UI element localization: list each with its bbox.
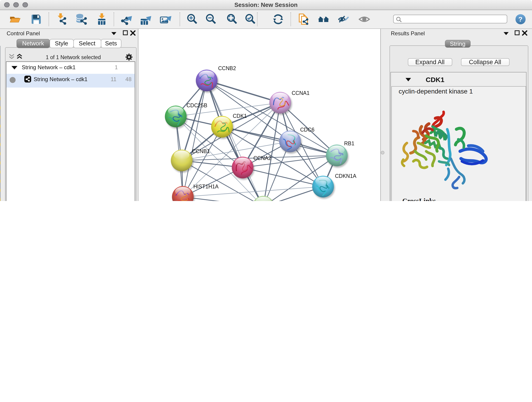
svg-text:CDC25B: CDC25B (186, 102, 207, 108)
svg-text:HIST1H1A: HIST1H1A (193, 184, 219, 190)
svg-text:CCNB1: CCNB1 (192, 148, 210, 154)
svg-text:CDK1: CDK1 (233, 113, 247, 119)
svg-text:CDKN1A: CDKN1A (335, 173, 356, 179)
svg-text:CCNA1: CCNA1 (292, 90, 310, 96)
svg-text:CCNB2: CCNB2 (218, 65, 236, 71)
svg-text:CCNA2: CCNA2 (253, 155, 271, 161)
svg-text:CDC6: CDC6 (300, 127, 315, 133)
svg-text:RB1: RB1 (344, 140, 355, 147)
